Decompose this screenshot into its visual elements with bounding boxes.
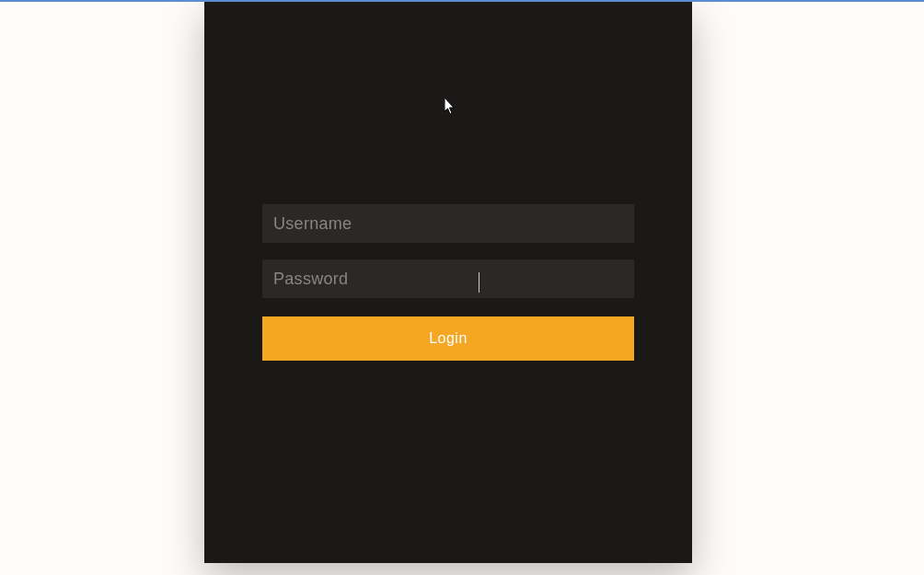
login-button[interactable]: Login — [262, 316, 634, 361]
username-input[interactable] — [262, 204, 634, 243]
login-form: Login — [262, 204, 634, 361]
password-input[interactable] — [262, 259, 634, 298]
login-card: Login — [204, 2, 692, 563]
